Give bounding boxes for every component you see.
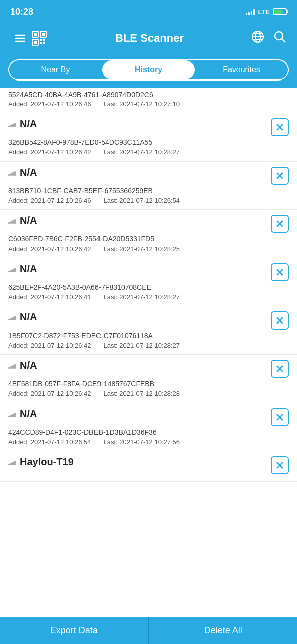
device-meta: Added: 2021-07-12 10:26:42 Last: 2021-07… xyxy=(8,342,289,349)
device-list: 5524A5CD-40BA-4A9B-4761-A89074D0D2C6 Add… xyxy=(0,88,297,509)
delete-device-button[interactable] xyxy=(271,408,289,426)
battery-icon xyxy=(273,8,287,15)
tab-history[interactable]: History xyxy=(102,60,195,79)
signal-icon xyxy=(8,315,16,320)
device-last: Last: 2021-07-12 10:28:25 xyxy=(104,245,180,253)
device-name: Haylou-T19 xyxy=(20,456,74,468)
partial-uuid: 5524A5CD-40BA-4A9B-4761-A89074D0D2C6 xyxy=(8,91,289,99)
device-added: Added: 2021-07-12 10:26:42 xyxy=(8,245,91,253)
device-name: N/A xyxy=(20,311,37,323)
partial-meta: Added: 2021-07-12 10:26:46 Last: 2021-07… xyxy=(8,100,289,108)
header-title: BLE Scanner xyxy=(48,32,251,45)
search-icon[interactable] xyxy=(273,30,287,47)
signal-icon xyxy=(8,219,16,224)
device-meta: Added: 2021-07-12 10:26:46 Last: 2021-07… xyxy=(8,197,289,204)
list-item: N/A 4EF581DB-057F-F8FA-DCE9-1485767CFEBB… xyxy=(0,355,297,403)
device-meta: Added: 2021-07-12 10:26:54 Last: 2021-07… xyxy=(8,438,289,446)
delete-device-button[interactable] xyxy=(271,311,289,330)
device-last: Last: 2021-07-12 10:27:56 xyxy=(104,438,180,446)
device-name: N/A xyxy=(20,118,37,130)
device-name: N/A xyxy=(20,360,37,371)
svg-rect-6 xyxy=(42,33,45,36)
signal-icon xyxy=(8,171,16,176)
device-meta: Added: 2021-07-12 10:26:42 Last: 2021-07… xyxy=(8,148,289,156)
list-item: Haylou-T19 xyxy=(0,451,297,482)
export-data-button[interactable]: Export Data xyxy=(0,617,148,644)
device-last: Last: 2021-07-12 10:28:27 xyxy=(104,293,180,301)
tabs-container: Near By History Favourites xyxy=(0,54,297,88)
device-added: Added: 2021-07-12 10:26:42 xyxy=(8,342,91,349)
device-uuid: 326BB542-8AF0-978B-7ED0-54DC93C11A55 xyxy=(8,138,289,146)
bottom-bar: Export Data Delete All xyxy=(0,617,297,644)
device-added: Added: 2021-07-12 10:26:41 xyxy=(8,293,91,301)
device-meta: Added: 2021-07-12 10:26:42 Last: 2021-07… xyxy=(8,245,289,253)
status-icons: LTE xyxy=(246,8,287,16)
globe-icon[interactable] xyxy=(251,30,265,47)
signal-icon xyxy=(8,460,16,465)
svg-rect-11 xyxy=(40,42,42,44)
partial-device-item: 5524A5CD-40BA-4A9B-4761-A89074D0D2C6 Add… xyxy=(0,88,297,113)
delete-device-button[interactable] xyxy=(271,263,289,281)
device-added: Added: 2021-07-12 10:26:46 xyxy=(8,197,91,204)
device-name: N/A xyxy=(20,167,37,178)
delete-device-button[interactable] xyxy=(271,167,289,185)
header-actions xyxy=(251,30,287,47)
delete-device-button[interactable] xyxy=(271,215,289,233)
list-item: N/A 813BB710-1CBF-CAB7-B5EF-6755366259EB… xyxy=(0,162,297,210)
delete-all-button[interactable]: Delete All xyxy=(149,617,298,644)
signal-icon xyxy=(8,364,16,369)
list-item: N/A 326BB542-8AF0-978B-7ED0-54DC93C11A55… xyxy=(0,113,297,162)
device-name: N/A xyxy=(20,263,37,275)
device-last: Last: 2021-07-12 10:28:28 xyxy=(104,390,180,397)
list-item: N/A 424CCD89-D4F1-023C-DBEB-1D3BA1D36F36… xyxy=(0,403,297,451)
status-bar: 10:28 LTE xyxy=(0,0,297,22)
partial-added: Added: 2021-07-12 10:26:46 xyxy=(8,100,91,108)
device-meta: Added: 2021-07-12 10:26:41 Last: 2021-07… xyxy=(8,293,289,301)
list-item: N/A C6036FED-7B6C-F2FB-2554-DA20D5331FD5… xyxy=(0,210,297,258)
partial-last: Last: 2021-07-12 10:27:10 xyxy=(104,100,180,108)
device-name: N/A xyxy=(20,215,37,226)
device-uuid: 813BB710-1CBF-CAB7-B5EF-6755366259EB xyxy=(8,187,289,195)
device-last: Last: 2021-07-12 10:26:54 xyxy=(104,197,180,204)
device-last: Last: 2021-07-12 10:28:27 xyxy=(104,342,180,349)
tab-bar: Near By History Favourites xyxy=(8,59,289,80)
device-uuid: 625BEF2F-4A20-5A3B-0A66-7F8310708CEE xyxy=(8,283,289,291)
svg-rect-10 xyxy=(43,39,45,41)
delete-device-button[interactable] xyxy=(271,118,289,136)
device-uuid: C6036FED-7B6C-F2FB-2554-DA20D5331FD5 xyxy=(8,235,289,243)
device-added: Added: 2021-07-12 10:26:42 xyxy=(8,148,91,156)
svg-rect-4 xyxy=(34,33,37,36)
device-uuid: 424CCD89-D4F1-023C-DBEB-1D3BA1D36F36 xyxy=(8,428,289,436)
svg-point-18 xyxy=(275,32,283,40)
device-uuid: 4EF581DB-057F-F8FA-DCE9-1485767CFEBB xyxy=(8,380,289,388)
svg-rect-12 xyxy=(43,42,45,44)
device-last: Last: 2021-07-12 10:28:27 xyxy=(104,148,180,156)
svg-line-19 xyxy=(282,39,285,42)
svg-rect-8 xyxy=(34,41,37,44)
header: BLE Scanner xyxy=(0,22,297,54)
device-meta: Added: 2021-07-12 10:26:42 Last: 2021-07… xyxy=(8,390,289,397)
device-name: N/A xyxy=(20,408,37,420)
tab-nearby[interactable]: Near By xyxy=(9,60,102,79)
device-added: Added: 2021-07-12 10:26:42 xyxy=(8,390,91,397)
device-added: Added: 2021-07-12 10:26:54 xyxy=(8,438,91,446)
list-item: N/A 625BEF2F-4A20-5A3B-0A66-7F8310708CEE… xyxy=(0,258,297,306)
signal-icon xyxy=(246,8,255,15)
device-uuid: 1B5F07C2-D872-F753-EDEC-C7F01076118A xyxy=(8,332,289,340)
tab-favourites[interactable]: Favourites xyxy=(195,60,288,79)
lte-label: LTE xyxy=(258,8,270,16)
signal-icon xyxy=(8,412,16,417)
status-time: 10:28 xyxy=(10,7,33,17)
signal-icon xyxy=(8,267,16,272)
signal-icon xyxy=(8,122,16,127)
menu-icon[interactable] xyxy=(10,32,30,44)
delete-device-button[interactable] xyxy=(271,360,289,378)
delete-device-button[interactable] xyxy=(271,456,289,474)
list-item: N/A 1B5F07C2-D872-F753-EDEC-C7F01076118A… xyxy=(0,306,297,355)
qr-icon[interactable] xyxy=(30,29,48,47)
svg-rect-9 xyxy=(40,39,42,41)
